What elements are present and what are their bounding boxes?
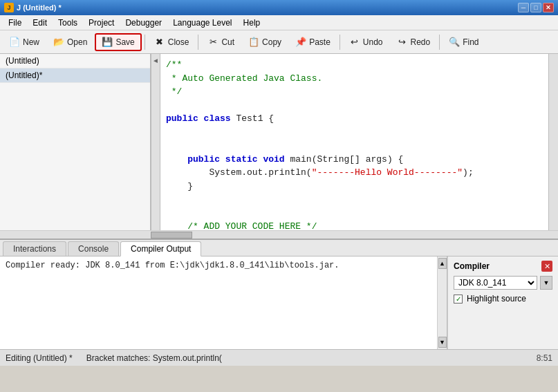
- code-line: /* ADD YOUR CODE HERE */: [166, 220, 543, 230]
- cursor-position: 8:51: [537, 353, 552, 363]
- code-line: }: [166, 180, 543, 194]
- maximize-button[interactable]: □: [530, 3, 541, 12]
- menu-bar: File Edit Tools Project Debugger Languag…: [0, 15, 558, 30]
- bracket-matches-label: Bracket matches: System.out.println(: [86, 353, 222, 363]
- file-item-selected[interactable]: (Untitled)*: [0, 68, 150, 83]
- menu-debugger[interactable]: Debugger: [120, 17, 167, 29]
- code-editor[interactable]: /** * Auto Generated Java Class. */ publ…: [160, 54, 548, 230]
- app-icon: J: [4, 3, 14, 12]
- close-file-icon: ✖: [154, 37, 165, 48]
- toolbar-separator-3: [340, 35, 340, 50]
- undo-button[interactable]: ↩ Undo: [343, 33, 389, 51]
- code-line: [166, 193, 543, 207]
- open-button[interactable]: 📂 Open: [47, 33, 93, 51]
- new-button[interactable]: 📄 New: [3, 33, 46, 51]
- redo-button[interactable]: ↪ Redo: [391, 33, 437, 51]
- bottom-content: Compiler ready: JDK 8.0_141 from E:\jdk\…: [0, 256, 558, 349]
- status-bar: Editing (Untitled) * Bracket matches: Sy…: [0, 349, 558, 366]
- code-line: */: [166, 85, 543, 99]
- menu-language[interactable]: Language Level: [167, 17, 237, 29]
- menu-help[interactable]: Help: [238, 17, 266, 29]
- output-area[interactable]: Compiler ready: JDK 8.0_141 from E:\jdk\…: [0, 256, 438, 349]
- menu-project[interactable]: Project: [83, 17, 120, 29]
- find-button[interactable]: 🔍 Find: [443, 33, 485, 51]
- copy-button[interactable]: 📋 Copy: [242, 33, 288, 51]
- highlight-row: ✓ Highlight source: [454, 294, 552, 304]
- title-bar: J J (Untitled) * ─ □ ✕: [0, 0, 558, 15]
- title-bar-left: J J (Untitled) *: [4, 3, 62, 12]
- cut-button[interactable]: ✂ Cut: [201, 33, 241, 51]
- bottom-tabs: Interactions Console Compiler Output: [0, 240, 558, 256]
- minimize-button[interactable]: ─: [518, 3, 529, 12]
- file-panel: (Untitled) (Untitled)*: [0, 54, 151, 230]
- cut-icon: ✂: [207, 37, 218, 48]
- save-icon: 💾: [102, 37, 113, 48]
- scroll-up-button[interactable]: ▲: [438, 258, 447, 269]
- menu-edit[interactable]: Edit: [27, 17, 53, 29]
- close-button[interactable]: ✕: [543, 3, 554, 12]
- tab-compiler-output[interactable]: Compiler Output: [120, 241, 201, 256]
- compiler-panel: Compiler ✕ JDK 8.0_141 ▼ ✓ Highlight sou…: [447, 256, 558, 349]
- menu-tools[interactable]: Tools: [53, 17, 83, 29]
- editing-status: Editing (Untitled) *: [6, 353, 73, 363]
- code-line: [166, 207, 543, 221]
- undo-icon: ↩: [349, 37, 360, 48]
- toolbar-separator-2: [198, 35, 198, 50]
- code-line: System.out.println("-------Hello World--…: [166, 166, 543, 180]
- code-line: * Auto Generated Java Class.: [166, 72, 543, 86]
- open-icon: 📂: [53, 37, 64, 48]
- code-line: [166, 99, 543, 113]
- file-item[interactable]: (Untitled): [0, 54, 150, 68]
- scroll-down-button[interactable]: ▼: [438, 337, 447, 348]
- menu-file[interactable]: File: [3, 17, 27, 29]
- toolbar: 📄 New 📂 Open 💾 Save ✖ Close ✂ Cut 📋 Copy…: [0, 30, 558, 54]
- output-scrollbar[interactable]: ▲ ▼: [438, 256, 447, 349]
- redo-icon: ↪: [397, 37, 408, 48]
- compiler-close-button[interactable]: ✕: [541, 261, 552, 272]
- horizontal-scrollbar[interactable]: [0, 230, 558, 239]
- hscroll-thumb: [151, 232, 192, 239]
- close-file-button[interactable]: ✖ Close: [148, 33, 196, 51]
- tab-interactions[interactable]: Interactions: [3, 241, 66, 256]
- copy-icon: 📋: [248, 37, 259, 48]
- window-controls: ─ □ ✕: [518, 3, 554, 12]
- panel-gutter: ◄: [151, 54, 160, 230]
- gutter-arrow[interactable]: ◄: [152, 57, 159, 64]
- compiler-select-row: JDK 8.0_141 ▼: [454, 276, 552, 290]
- compiler-version-select[interactable]: JDK 8.0_141: [454, 276, 537, 290]
- compiler-header: Compiler ✕: [454, 261, 552, 272]
- window-title: J (Untitled) *: [17, 3, 62, 12]
- code-line: public class Test1 {: [166, 112, 543, 126]
- vertical-scrollbar[interactable]: [548, 54, 558, 230]
- tab-console[interactable]: Console: [68, 241, 119, 256]
- code-line: [166, 126, 543, 140]
- status-left: Editing (Untitled) * Bracket matches: Sy…: [6, 353, 222, 363]
- toolbar-separator-1: [145, 35, 145, 50]
- code-line: public static void main(String[] args) {: [166, 153, 543, 167]
- code-line: [166, 139, 543, 153]
- find-icon: 🔍: [449, 37, 460, 48]
- highlight-checkbox[interactable]: ✓: [454, 295, 463, 304]
- bottom-panel: Interactions Console Compiler Output Com…: [0, 239, 558, 349]
- paste-button[interactable]: 📌 Paste: [289, 33, 337, 51]
- paste-icon: 📌: [295, 37, 306, 48]
- compiler-dropdown-button[interactable]: ▼: [540, 276, 552, 290]
- code-line: /**: [166, 58, 543, 72]
- save-button[interactable]: 💾 Save: [95, 33, 141, 51]
- toolbar-separator-4: [439, 35, 440, 50]
- editor-wrapper: /** * Auto Generated Java Class. */ publ…: [160, 54, 558, 230]
- new-icon: 📄: [9, 37, 20, 48]
